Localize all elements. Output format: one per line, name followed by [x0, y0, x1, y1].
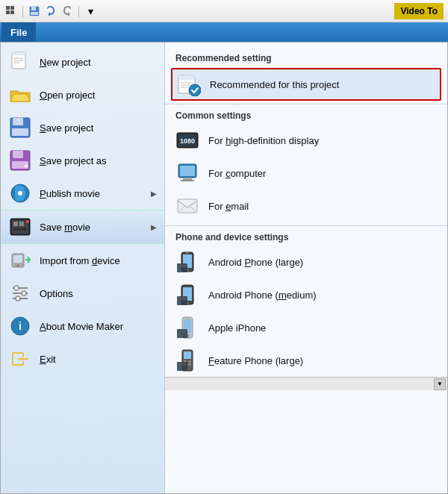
save-movie-icon [8, 215, 32, 239]
app-title: Video To [394, 3, 444, 19]
toolbar-separator-2 [78, 5, 79, 17]
divider-1 [165, 104, 447, 104]
svg-point-26 [26, 220, 29, 223]
svg-rect-87 [184, 363, 186, 366]
svg-rect-50 [183, 178, 192, 180]
sidebar-item-about[interactable]: i About Movie Maker [1, 310, 164, 343]
sidebar-item-import-from-device[interactable]: Import from device [1, 244, 164, 277]
recommended-icon [177, 72, 201, 96]
svg-rect-79 [184, 351, 191, 359]
svg-rect-67 [178, 297, 180, 300]
divider-2 [165, 225, 447, 226]
publish-movie-icon [8, 181, 32, 205]
svg-rect-28 [13, 255, 22, 263]
sidebar-item-save-movie[interactable]: Save movie ▶ [1, 210, 164, 244]
sidebar-item-save-project-as[interactable]: + Save project as [1, 144, 164, 177]
svg-rect-85 [178, 363, 180, 366]
svg-rect-13 [13, 118, 23, 125]
svg-rect-68 [181, 297, 183, 300]
import-from-device-icon [8, 248, 32, 272]
about-icon: i [8, 314, 32, 338]
svg-rect-2 [6, 10, 10, 14]
sidebar-item-exit[interactable]: Exit [1, 343, 164, 375]
svg-rect-58 [186, 252, 189, 254]
svg-rect-61 [181, 264, 183, 267]
svg-rect-40 [178, 75, 195, 80]
android-large-icon [175, 250, 199, 274]
open-project-icon [8, 83, 32, 107]
new-project-icon [8, 50, 32, 74]
for-computer-item[interactable]: For computer [165, 157, 447, 190]
svg-rect-60 [178, 264, 180, 267]
feature-phone-label: Feature Phone (large) [208, 355, 303, 366]
for-computer-label: For computer [208, 168, 266, 179]
high-definition-item[interactable]: 1080 For high-definition display [165, 124, 447, 157]
svg-rect-1 [10, 6, 14, 10]
grid-icon[interactable] [4, 4, 18, 18]
publish-movie-label: Publish movie [40, 188, 100, 199]
svg-rect-86 [181, 363, 183, 366]
svg-point-33 [22, 291, 26, 296]
svg-rect-75 [178, 330, 180, 333]
undo-icon[interactable] [44, 4, 57, 18]
recommended-setting-header: Recommended setting [165, 50, 447, 66]
options-icon [8, 281, 32, 305]
import-from-device-label: Import from device [40, 255, 120, 266]
scroll-down-button[interactable]: ▼ [434, 378, 446, 390]
redo-icon[interactable] [60, 4, 74, 18]
right-panel: Recommended setting Recommended for this… [165, 43, 447, 493]
toolbar-separator-1 [22, 5, 23, 17]
android-large-item[interactable]: Android Phone (large) [165, 246, 447, 278]
for-email-item[interactable]: For email [165, 190, 447, 222]
svg-point-44 [189, 84, 201, 96]
svg-rect-25 [13, 228, 27, 231]
new-project-label: New project [40, 57, 91, 68]
svg-point-31 [14, 286, 19, 290]
save-project-as-icon: + [8, 148, 32, 172]
svg-rect-16 [13, 151, 23, 158]
publish-movie-arrow: ▶ [151, 190, 157, 198]
sidebar-item-options[interactable]: Options [1, 277, 164, 310]
svg-rect-81 [188, 360, 191, 363]
svg-rect-8 [12, 52, 25, 55]
exit-label: Exit [40, 354, 56, 365]
sidebar-item-new-project[interactable]: New project [1, 46, 164, 78]
sidebar-item-open-project[interactable]: Open project [1, 78, 164, 111]
svg-rect-51 [181, 180, 194, 181]
apple-iphone-label: Apple iPhone [208, 322, 266, 334]
android-large-label: Android Phone (large) [208, 257, 303, 268]
about-label: About Movie Maker [40, 321, 123, 332]
menu-bar: File [0, 22, 448, 42]
svg-rect-5 [31, 7, 36, 10]
svg-rect-24 [19, 222, 24, 226]
scroll-area: ▼ [165, 377, 447, 390]
save-project-label: Save project [40, 122, 93, 134]
main-content: New project Open project Save project [0, 42, 448, 494]
sidebar-item-save-project[interactable]: Save project [1, 111, 164, 144]
svg-rect-69 [184, 297, 186, 300]
title-bar: ▾ Video To [0, 0, 448, 22]
svg-rect-0 [6, 6, 10, 10]
svg-rect-73 [186, 318, 189, 319]
svg-text:+: + [24, 162, 28, 170]
svg-rect-77 [184, 330, 186, 333]
sidebar-item-publish-movie[interactable]: Publish movie ▶ [1, 177, 164, 210]
high-definition-label: For high-definition display [208, 135, 319, 146]
svg-rect-14 [12, 128, 28, 136]
svg-rect-23 [13, 222, 18, 226]
for-email-label: For email [208, 201, 249, 212]
dropdown-icon[interactable]: ▾ [84, 4, 97, 18]
svg-point-35 [16, 296, 20, 301]
feature-phone-large-item[interactable]: Feature Phone (large) [165, 344, 447, 377]
open-project-label: Open project [40, 90, 95, 101]
phone-device-header: Phone and device settings [165, 229, 447, 246]
svg-rect-83 [188, 363, 191, 366]
recommended-for-project-item[interactable]: Recommended for this project [171, 68, 441, 101]
file-menu[interactable]: File [1, 22, 36, 42]
apple-iphone-item[interactable]: Apple iPhone [165, 311, 447, 344]
svg-point-29 [17, 265, 19, 267]
android-medium-item[interactable]: Android Phone (medium) [165, 278, 447, 311]
save-icon[interactable] [28, 4, 41, 18]
save-project-icon [8, 116, 32, 140]
svg-rect-49 [180, 166, 195, 176]
